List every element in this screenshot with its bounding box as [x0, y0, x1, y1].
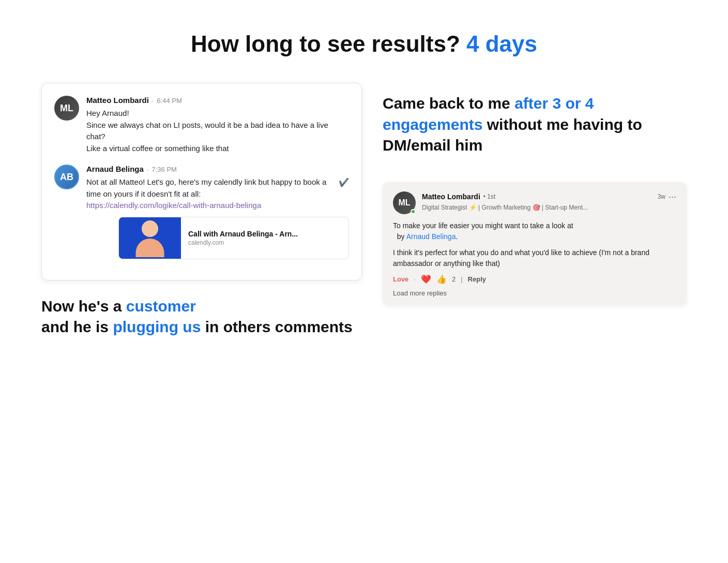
linkedin-comment-card: ML Matteo Lombardi • 1st 3w ··· Digital … [383, 182, 687, 305]
li-dot-separator: · [414, 275, 416, 283]
li-text2: by [397, 232, 405, 241]
link-text: https://calendly.com/logike/call-with-ar… [86, 201, 261, 210]
right-column: Came back to me after 3 or 4 engagements… [383, 83, 687, 338]
li-divider: | [461, 275, 462, 283]
li-text1: To make your life easier you might want … [393, 221, 573, 230]
message-check-icon: ✔️ [339, 177, 349, 187]
linkedin-comment-text2: I think it's perfect for what you do and… [393, 247, 676, 269]
linkedin-comment-text: To make your life easier you might want … [393, 220, 676, 242]
linkedin-name: Matteo Lombardi [422, 192, 480, 201]
linkedin-menu-dots[interactable]: ··· [669, 191, 676, 202]
linkedin-card-header: ML Matteo Lombardi • 1st 3w ··· Digital … [393, 191, 676, 214]
page-title: How long to see results? 4 days [191, 31, 537, 57]
linkedin-avatar: ML [393, 191, 416, 214]
bottom-left-callout: Now he's a customer and he is plugging u… [41, 296, 362, 338]
message-body-arnaud: Arnaud Belinga · 7:36 PM Not at all Matt… [86, 165, 349, 259]
chat-message-matteo: ML Matteo Lombardi · 6:44 PM Hey Arnaud!… [54, 96, 349, 154]
right-callout-text-plain: Came back to me [383, 95, 510, 112]
avatar-arnaud: AB [54, 165, 79, 189]
calendly-info: Call with Arnaud Belinga - Arn... calend… [181, 225, 305, 251]
calendly-title: Call with Arnaud Belinga - Arn... [188, 230, 298, 238]
calendly-thumbnail [119, 217, 181, 259]
left-column: ML Matteo Lombardi · 6:44 PM Hey Arnaud!… [41, 83, 362, 338]
callout-highlight1: customer [126, 298, 196, 315]
message-header-matteo: Matteo Lombardi · 6:44 PM [86, 96, 349, 105]
linkedin-time: 3w [658, 193, 665, 200]
person-illustration [129, 218, 171, 257]
calendly-preview-card: Call with Arnaud Belinga - Arn... calend… [118, 217, 349, 259]
callout-text3: in others comments [205, 318, 353, 335]
callout-text1: Now he's a [41, 298, 122, 315]
message-header-arnaud: Arnaud Belinga · 7:36 PM [86, 165, 349, 173]
message-body-matteo: Matteo Lombardi · 6:44 PM Hey Arnaud! Si… [86, 96, 349, 154]
li-heart-emoji: ❤️ [421, 274, 431, 284]
li-author-link[interactable]: Arnaud Belinga [406, 232, 456, 241]
online-dot [411, 209, 416, 214]
li-load-more-button[interactable]: Load more replies [393, 289, 676, 297]
content-area: ML Matteo Lombardi · 6:44 PM Hey Arnaud!… [41, 83, 687, 338]
li-link-text: Arnaud Belinga [406, 232, 456, 241]
linkedin-reactions: Love · ❤️ 👍 2 | Reply [393, 274, 676, 284]
calendly-link[interactable]: https://calendly.com/logike/call-with-ar… [86, 201, 261, 210]
calendly-url: calendly.com [188, 239, 298, 246]
linkedin-subtitle: Digital Strategist ⚡ | Growth Marketing … [422, 203, 676, 212]
message-row-arnaud: Not at all Matteo! Let's go, here's my c… [86, 176, 349, 212]
li-reply-button[interactable]: Reply [468, 275, 486, 283]
message-content-arnaud: Not at all Matteo! Let's go, here's my c… [86, 176, 331, 212]
message-text-matteo: Hey Arnaud! Since we always chat on LI p… [86, 108, 349, 154]
right-top-callout: Came back to me after 3 or 4 engagements… [383, 93, 687, 156]
linkedin-name-row: Matteo Lombardi • 1st 3w ··· [422, 191, 676, 202]
callout-highlight2: plugging us [113, 318, 201, 335]
message-text-arnaud: Not at all Matteo! Let's go, here's my c… [86, 176, 331, 212]
message-timestamp-arnaud: 7:36 PM [151, 166, 176, 173]
chat-card: ML Matteo Lombardi · 6:44 PM Hey Arnaud!… [41, 83, 362, 280]
linkedin-user-info: Matteo Lombardi • 1st 3w ··· Digital Str… [422, 191, 676, 212]
li-text4: I think it's perfect for what you do and… [393, 248, 649, 268]
person-body [136, 239, 164, 257]
li-reaction-count: 2 [452, 275, 456, 283]
person-head [142, 220, 158, 237]
linkedin-badge: • 1st [483, 193, 496, 200]
title-highlight-text: 4 days [466, 31, 537, 56]
chat-message-arnaud: AB Arnaud Belinga · 7:36 PM Not at all M… [54, 165, 349, 259]
avatar-matteo: ML [54, 96, 79, 121]
sender-name-arnaud: Arnaud Belinga [86, 165, 144, 173]
li-text3: . [456, 232, 458, 241]
callout-text2: and he is [41, 318, 109, 335]
sender-name-matteo: Matteo Lombardi [86, 96, 149, 105]
li-love-label: Love [393, 275, 408, 283]
message-timestamp-matteo: 6:44 PM [157, 97, 181, 105]
li-like-emoji: 👍 [436, 274, 447, 284]
message-time-matteo: · [152, 97, 154, 105]
title-plain-text: How long to see results? [191, 31, 460, 56]
message-time-arnaud: · [147, 166, 149, 173]
